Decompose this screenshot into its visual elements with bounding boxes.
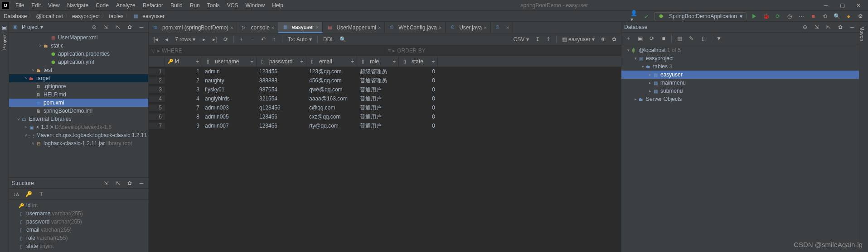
cell-role[interactable]: 超级管理员 (357, 68, 399, 76)
commit-icon[interactable]: ↑ (270, 35, 278, 43)
cell-email[interactable]: qwe@qq.com (306, 86, 357, 93)
cell-role[interactable]: 普通用户 (357, 104, 399, 112)
tree-item[interactable]: 🗎.gitignore (9, 82, 148, 90)
user-icon[interactable]: 👤▾ (630, 12, 639, 20)
cell-password[interactable]: q123456 (257, 105, 306, 111)
reload-icon[interactable]: ⟳ (222, 35, 230, 43)
csv-button[interactable]: CSV ▾ (512, 36, 531, 43)
table-row[interactable]: 5 7 admin003 q123456 c@qq.com 普通用户 0 (149, 103, 621, 112)
database-tree[interactable]: ▾🛢@localhost 1 of 5 ▾▤easyproject ▾🖿tabl… (621, 44, 859, 252)
cell-email[interactable]: 123@qq.com (306, 68, 357, 75)
cell-role[interactable]: 普通用户 (357, 86, 399, 94)
cell-id[interactable]: 3 (165, 86, 202, 93)
ddl-button[interactable]: DDL (321, 36, 336, 43)
avatar-icon[interactable]: ● (844, 12, 853, 20)
settings-icon[interactable]: ✿ (126, 179, 134, 187)
close-tab-icon[interactable]: × (439, 25, 441, 30)
cell-email[interactable]: c@qq.com (306, 105, 357, 111)
order-filter[interactable]: ≡▸ ORDER BY (385, 45, 621, 56)
editor-tab[interactable]: ©WebConfig.java× (385, 22, 446, 33)
close-button[interactable]: ✕ (854, 1, 863, 10)
cell-state[interactable]: 0 (399, 114, 438, 120)
hide-panel-icon[interactable]: ─ (848, 23, 856, 31)
cell-password[interactable]: 123456 (257, 114, 306, 120)
menu-refactor[interactable]: Refactor (139, 1, 167, 10)
sort-alpha-icon[interactable]: ↓ᴀ (12, 190, 20, 198)
chevron-down-icon[interactable]: ▾ (40, 24, 43, 30)
expand-all-icon[interactable]: ⇲ (813, 23, 821, 31)
menu-window[interactable]: Window (242, 1, 268, 10)
breadcrumb-item[interactable]: Database (4, 13, 27, 19)
collapse-all-icon[interactable]: ⇱ (114, 23, 122, 31)
first-page-icon[interactable]: |◂ (151, 35, 160, 43)
column-header-password[interactable]: ▯password÷ (257, 56, 306, 67)
import-icon[interactable]: ↥ (544, 35, 553, 43)
expand-all-icon[interactable]: ⇲ (102, 23, 110, 31)
last-page-icon[interactable]: ▸| (211, 35, 219, 43)
collapse-all-icon[interactable]: ⇱ (824, 23, 833, 31)
editor-tab[interactable]: mpom.xml (springBootDemo)× (149, 22, 237, 33)
filter-icon[interactable]: ▼ (715, 34, 723, 43)
column-header-username[interactable]: ▯username÷ (202, 56, 257, 67)
tree-item[interactable]: mpom.xml (9, 99, 148, 107)
editor-tab[interactable]: ©× (491, 22, 513, 33)
back-arrow-icon[interactable]: ↙ (642, 12, 650, 20)
console-icon[interactable]: ▯ (699, 34, 707, 43)
update-button[interactable]: ⟲ (821, 12, 829, 20)
cell-id[interactable]: 9 (165, 123, 202, 129)
cell-email[interactable]: rty@qq.com (306, 123, 357, 129)
column-header-email[interactable]: ▯email÷ (306, 56, 357, 67)
revert-icon[interactable]: ↶ (259, 35, 267, 43)
view-icon[interactable]: 👁 (599, 35, 607, 43)
cell-state[interactable]: 0 (399, 95, 438, 102)
minimize-button[interactable]: ─ (822, 1, 830, 10)
refresh-icon[interactable]: ⟳ (648, 34, 656, 43)
hide-panel-icon[interactable]: ─ (137, 179, 145, 187)
cell-id[interactable]: 4 (165, 95, 202, 102)
cell-username[interactable]: admin003 (202, 105, 257, 111)
tree-item[interactable]: >▣< 1.8 > D:\develop\Java\jdk-1.8 (9, 123, 148, 131)
cell-id[interactable]: 8 (165, 114, 202, 120)
tools-settings-icon[interactable]: ✿ (610, 35, 618, 43)
menu-vcs[interactable]: VCS (223, 1, 242, 10)
db-server-objects[interactable]: ▸🖿Server Objects (621, 95, 859, 103)
menu-view[interactable]: View (44, 1, 63, 10)
cell-username[interactable]: admin005 (202, 114, 257, 120)
cell-state[interactable]: 0 (399, 105, 438, 111)
profile-button[interactable]: ◷ (786, 12, 794, 20)
close-tab-icon[interactable]: × (378, 25, 381, 30)
menu-analyze[interactable]: Analyze (112, 1, 139, 10)
tree-item[interactable]: >🖿target (9, 74, 148, 82)
grid-view-icon[interactable]: ▦ (675, 34, 684, 43)
cell-state[interactable]: 0 (399, 68, 438, 75)
project-tool-icon[interactable]: ▣ (2, 24, 7, 31)
cell-email[interactable]: cxz@qq.com (306, 114, 357, 120)
db-schema[interactable]: ▾▤easyproject (621, 54, 859, 62)
tree-item[interactable]: ⬢application.properties (9, 50, 148, 58)
cell-role[interactable]: 普通用户 (357, 122, 399, 130)
maven-tool-label[interactable]: Maven (859, 22, 865, 41)
column-header-state[interactable]: ▯state÷ (399, 56, 438, 67)
cell-username[interactable]: naughty (202, 77, 257, 84)
select-opened-icon[interactable]: ⊙ (90, 23, 98, 31)
breadcrumb-item[interactable]: @localhost (36, 13, 63, 19)
grid-body[interactable]: 1 1 admin 123456 123@qq.com 超级管理员 02 2 n… (149, 67, 621, 130)
breadcrumb-item[interactable]: tables (109, 13, 123, 19)
cell-state[interactable]: 0 (399, 123, 438, 129)
menu-file[interactable]: File (12, 1, 28, 10)
editor-tab[interactable]: ▦easyuser× (278, 22, 323, 33)
cell-password[interactable]: 321654 (257, 95, 306, 102)
hide-panel-icon[interactable]: ─ (137, 23, 145, 31)
column-header-role[interactable]: ▯role÷ (357, 56, 399, 67)
tree-item[interactable]: v⊟logback-classic-1.2.11.jar library roo… (9, 139, 148, 147)
add-row-icon[interactable]: ＋ (238, 35, 246, 43)
cell-role[interactable]: 普通用户 (357, 113, 399, 121)
db-table-mainmenu[interactable]: ▸▦mainmenu (621, 79, 859, 87)
structure-item[interactable]: ▯state tinyint (9, 242, 148, 250)
structure-item[interactable]: ▯username varchar(255) (9, 209, 148, 218)
structure-item[interactable]: ▯password varchar(255) (9, 218, 148, 226)
schema-selector[interactable]: ▦ easyuser ▾ (560, 36, 596, 43)
cell-username[interactable]: admin007 (202, 123, 257, 129)
coverage-button[interactable]: ⟳ (774, 12, 782, 20)
structure-item[interactable]: 🔑id int (9, 201, 148, 209)
